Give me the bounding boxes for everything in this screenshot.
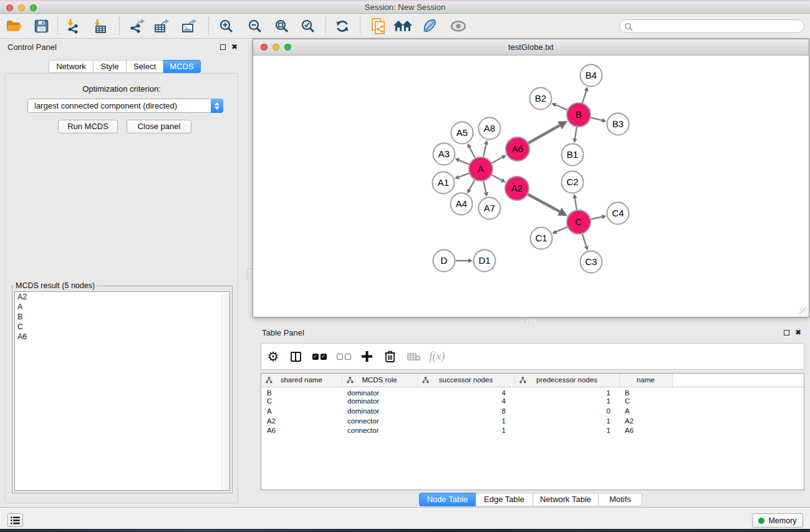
- tab-network[interactable]: Network: [49, 60, 94, 73]
- tab-select[interactable]: Select: [127, 60, 163, 73]
- hide-graphics-details-icon[interactable]: [419, 16, 440, 36]
- tab-motifs[interactable]: Motifs: [599, 493, 642, 506]
- window-resize-grip[interactable]: [799, 307, 808, 316]
- search-field[interactable]: [619, 19, 804, 33]
- graph-node-B2[interactable]: B2: [530, 88, 552, 110]
- memory-button[interactable]: Memory: [752, 513, 803, 528]
- graph-edge-B-B1[interactable]: [573, 127, 577, 143]
- graph-node-A5[interactable]: A5: [451, 122, 473, 144]
- close-window-button[interactable]: [6, 4, 13, 11]
- mcds-result-item[interactable]: B: [15, 312, 229, 322]
- close-table-panel-icon[interactable]: ✖: [795, 329, 801, 336]
- optimization-criterion-dropdown[interactable]: largest connected component (directed): [27, 99, 223, 113]
- add-column-icon[interactable]: [359, 344, 375, 369]
- zoom-window-button[interactable]: [30, 4, 37, 11]
- zoom-in-icon[interactable]: [216, 16, 237, 36]
- graph-edge-A-A3[interactable]: [455, 158, 470, 165]
- mcds-result-item[interactable]: A6: [15, 332, 229, 342]
- column-header-shared-name[interactable]: shared name: [261, 374, 342, 387]
- table-header-row[interactable]: shared nameMCDS rolesuccessor nodesprede…: [261, 374, 804, 387]
- delete-column-icon[interactable]: [382, 344, 398, 369]
- run-mcds-button[interactable]: Run MCDS: [58, 120, 118, 133]
- network-canvas[interactable]: AA1A2A3A4A5A6A7A8BB1B2B3B4CC1C2C3C4DD1: [253, 56, 809, 317]
- refresh-icon[interactable]: [332, 16, 353, 36]
- graph-edge-C-C4[interactable]: [591, 215, 607, 219]
- export-image-icon[interactable]: [178, 16, 200, 36]
- graph-node-C3[interactable]: C3: [581, 251, 602, 273]
- zoom-out-icon[interactable]: [244, 16, 266, 36]
- graph-node-B1[interactable]: B1: [562, 144, 584, 166]
- graph-node-B[interactable]: B: [567, 103, 591, 127]
- graph-edge-A6-B[interactable]: [528, 121, 567, 143]
- import-network-icon[interactable]: [62, 16, 84, 36]
- column-header-successor-nodes[interactable]: successor nodes: [417, 374, 514, 387]
- graph-edge-A-A4[interactable]: [467, 180, 475, 193]
- open-session-icon[interactable]: [3, 16, 24, 36]
- network-window-titlebar[interactable]: testGlobe.txt: [253, 39, 809, 56]
- import-table-icon[interactable]: [89, 16, 110, 36]
- tab-mcds[interactable]: MCDS: [163, 60, 201, 73]
- tab-network-table[interactable]: Network Table: [533, 493, 599, 506]
- close-network-window-button[interactable]: [261, 44, 268, 51]
- new-network-from-file-icon[interactable]: [368, 16, 389, 36]
- graph-edge-A-A8[interactable]: [483, 140, 488, 157]
- table-row[interactable]: A6connector11A6: [261, 425, 804, 435]
- deselect-all-columns-icon[interactable]: [335, 344, 352, 369]
- graph-edge-C-C3[interactable]: [582, 234, 589, 251]
- graph-node-B4[interactable]: B4: [581, 65, 602, 87]
- graph-edge-A-A1[interactable]: [455, 173, 469, 179]
- mcds-result-list[interactable]: A2ABCA6: [14, 291, 230, 491]
- graph-edge-A-A7[interactable]: [483, 181, 488, 197]
- close-panel-icon[interactable]: ✖: [231, 44, 238, 50]
- tab-edge-table[interactable]: Edge Table: [476, 493, 533, 506]
- graph-node-A1[interactable]: A1: [433, 172, 455, 194]
- graph-node-C1[interactable]: C1: [531, 228, 552, 249]
- graph-node-C[interactable]: C: [567, 210, 591, 234]
- horizontal-split-divider[interactable]: [526, 319, 536, 323]
- mcds-result-item[interactable]: C: [15, 322, 229, 332]
- home-view-icon[interactable]: [392, 16, 413, 36]
- vertical-split-divider[interactable]: [247, 268, 251, 279]
- graph-node-C2[interactable]: C2: [562, 172, 584, 193]
- save-session-icon[interactable]: [31, 16, 52, 36]
- graph-edge-B-B4[interactable]: [582, 87, 588, 103]
- graph-edge-A-A2[interactable]: [492, 175, 506, 182]
- graph-edge-D-D1[interactable]: [456, 258, 473, 263]
- graph-node-A8[interactable]: A8: [479, 118, 501, 140]
- show-columns-icon[interactable]: [287, 344, 304, 369]
- graph-edge-A-A5[interactable]: [468, 143, 475, 158]
- graph-node-D[interactable]: D: [433, 250, 455, 272]
- float-panel-icon[interactable]: [220, 44, 226, 50]
- show-panels-button[interactable]: [7, 513, 23, 527]
- export-network-icon[interactable]: [127, 16, 148, 36]
- tab-node-table[interactable]: Node Table: [419, 493, 476, 506]
- graph-node-A4[interactable]: A4: [451, 193, 473, 215]
- graph-node-B3[interactable]: B3: [607, 114, 629, 135]
- table-row[interactable]: Cdominator41C: [261, 397, 804, 407]
- minimize-window-button[interactable]: [18, 4, 25, 11]
- column-header-mcds-role[interactable]: MCDS role: [342, 374, 417, 387]
- network-graph[interactable]: AA1A2A3A4A5A6A7A8BB1B2B3B4CC1C2C3C4DD1: [253, 56, 809, 317]
- table-row[interactable]: Bdominator41B: [261, 387, 804, 397]
- zoom-network-window-button[interactable]: [284, 44, 291, 51]
- show-graphics-details-icon[interactable]: [448, 16, 469, 36]
- mcds-result-item[interactable]: A: [15, 302, 229, 312]
- graph-edge-B-B3[interactable]: [591, 118, 606, 123]
- graph-edge-A2-C[interactable]: [528, 195, 567, 216]
- zoom-fit-icon[interactable]: [271, 16, 292, 36]
- settings-gear-icon[interactable]: ⚙: [265, 344, 281, 369]
- graph-edge-B-B2[interactable]: [551, 103, 567, 110]
- zoom-selected-icon[interactable]: [297, 16, 319, 36]
- graph-edge-C-C2[interactable]: [573, 194, 577, 210]
- search-input[interactable]: [636, 21, 799, 32]
- export-table-icon[interactable]: [151, 16, 172, 36]
- graph-node-A3[interactable]: A3: [433, 143, 455, 165]
- graph-node-D1[interactable]: D1: [474, 250, 496, 272]
- table-row[interactable]: Adominator80A: [261, 406, 804, 416]
- minimize-network-window-button[interactable]: [272, 44, 279, 51]
- column-header-predecessor-nodes[interactable]: predecessor nodes: [514, 374, 619, 387]
- graph-node-A[interactable]: A: [469, 157, 493, 181]
- graph-node-A2[interactable]: A2: [505, 177, 529, 200]
- mcds-result-item[interactable]: A2: [15, 292, 229, 302]
- graph-edge-A-A6[interactable]: [492, 155, 506, 163]
